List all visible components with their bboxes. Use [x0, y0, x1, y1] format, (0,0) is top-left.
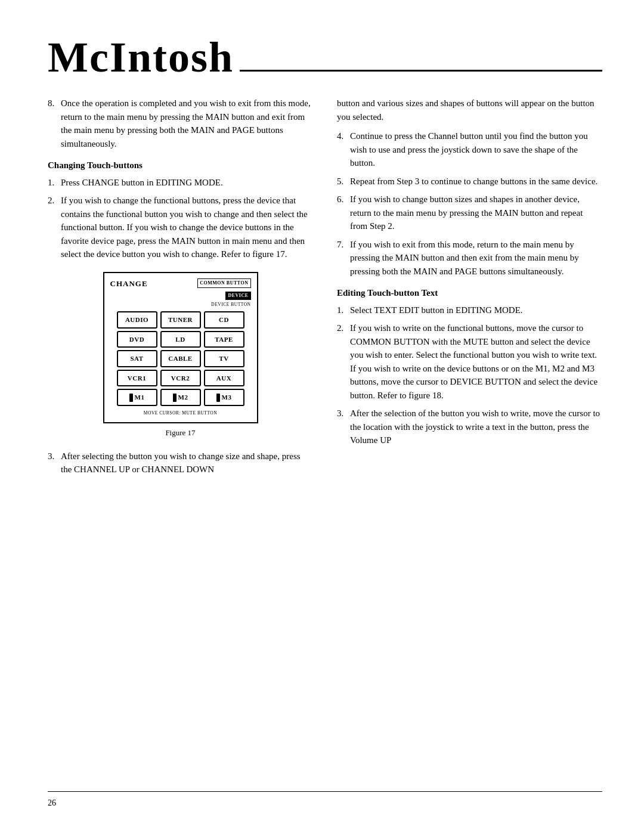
figure-header-row: CHANGE COMMON BUTTON: [110, 278, 251, 290]
list-item: 5. Repeat from Step 3 to continue to cha…: [337, 175, 602, 188]
item-text: If you wish to change button sizes and s…: [350, 193, 602, 233]
item-number: 3.: [337, 407, 350, 447]
list-item: 2. If you wish to change the functional …: [48, 194, 313, 261]
m2-button: M2: [160, 389, 201, 406]
item-number: 4.: [337, 129, 350, 170]
common-button-label: COMMON BUTTON: [197, 278, 250, 288]
dvd-button: DVD: [117, 331, 157, 348]
button-grid: AUDIO TUNER CD DVD LD TAPE SAT: [110, 311, 251, 406]
section-heading-changing: Changing Touch-buttons: [48, 159, 313, 172]
item-number: 2.: [48, 194, 61, 261]
section-heading-editing: Editing Touch-button Text: [337, 286, 602, 300]
m3-indicator: [216, 394, 220, 402]
tuner-button: TUNER: [160, 311, 201, 329]
m2-label: M2: [178, 392, 188, 402]
list-item: 7. If you wish to exit from this mode, r…: [337, 238, 602, 278]
list-item: 3. After selecting the button you wish t…: [48, 450, 313, 476]
cd-button: CD: [204, 311, 244, 329]
change-label: CHANGE: [110, 278, 148, 290]
device-button-subheader: DEVICE BUTTON: [110, 301, 251, 308]
item-text: Select TEXT EDIT button in EDITING MODE.: [350, 304, 602, 317]
m3-label: M3: [222, 392, 232, 402]
list-item: 2. If you wish to write on the functiona…: [337, 321, 602, 402]
list-item: 1. Press CHANGE button in EDITING MODE.: [48, 176, 313, 190]
page: McIntosh 8. Once the operation is comple…: [0, 0, 644, 833]
footer-divider: [48, 791, 602, 792]
list-item: 1. Select TEXT EDIT button in EDITING MO…: [337, 304, 602, 317]
tape-button: TAPE: [204, 331, 244, 348]
button-row-5: M1 M2 M3: [110, 389, 251, 406]
list-item: 6. If you wish to change button sizes an…: [337, 193, 602, 233]
item-number: 7.: [337, 238, 350, 278]
item-number: 2.: [337, 321, 350, 402]
tv-button: TV: [204, 350, 244, 367]
item-text: After the selection of the button you wi…: [350, 407, 602, 447]
item-text: If you wish to exit from this mode, retu…: [350, 238, 602, 278]
item-number: 3.: [48, 450, 61, 476]
vcr2-button: VCR2: [160, 370, 201, 387]
button-row-3: SAT CABLE TV: [110, 350, 251, 367]
audio-button: AUDIO: [117, 311, 157, 329]
left-column: 8. Once the operation is completed and y…: [48, 97, 313, 481]
page-footer: 26: [48, 791, 602, 809]
device-label: DEVICE: [225, 292, 250, 300]
item-text: Press CHANGE button in EDITING MODE.: [61, 176, 313, 190]
item-number: 1.: [337, 304, 350, 317]
figure-footer: MOVE CURSOR: MUTE BUTTON: [110, 410, 251, 416]
item-text: Once the operation is completed and you …: [61, 97, 313, 150]
list-item: 4. Continue to press the Channel button …: [337, 129, 602, 170]
item-text: Continue to press the Channel button unt…: [350, 129, 602, 170]
sat-button: SAT: [117, 350, 157, 367]
vcr1-button: VCR1: [117, 370, 157, 387]
button-row-4: VCR1 VCR2 AUX: [110, 370, 251, 387]
intro-continuation: button and various sizes and shapes of b…: [337, 97, 602, 123]
page-number: 26: [48, 797, 602, 809]
item-text: After selecting the button you wish to c…: [61, 450, 313, 476]
button-row-2: DVD LD TAPE: [110, 331, 251, 348]
aux-button: AUX: [204, 370, 244, 387]
content-area: 8. Once the operation is completed and y…: [48, 97, 602, 481]
item-text: Repeat from Step 3 to continue to change…: [350, 175, 602, 188]
m3-button: M3: [204, 389, 244, 406]
brand-logo: McIntosh: [48, 36, 234, 79]
figure-17-box: CHANGE COMMON BUTTON DEVICE DEVICE BUTTO…: [103, 272, 258, 424]
m2-indicator: [173, 394, 177, 402]
item-number: 8.: [48, 97, 61, 150]
item-number: 6.: [337, 193, 350, 233]
figure-17-container: CHANGE COMMON BUTTON DEVICE DEVICE BUTTO…: [48, 272, 313, 439]
m1-button: M1: [117, 389, 157, 406]
cable-button: CABLE: [160, 350, 201, 367]
right-column: button and various sizes and shapes of b…: [337, 97, 602, 481]
item-number: 1.: [48, 176, 61, 190]
item-text: If you wish to write on the functional b…: [350, 321, 602, 402]
list-item: 3. After the selection of the button you…: [337, 407, 602, 447]
figure-caption: Figure 17: [165, 427, 195, 439]
item-number: 5.: [337, 175, 350, 188]
logo-underline: [240, 70, 602, 72]
m1-indicator: [129, 394, 133, 402]
logo-area: McIntosh: [48, 36, 602, 79]
button-row-1: AUDIO TUNER CD: [110, 311, 251, 329]
item-text: If you wish to change the functional but…: [61, 194, 313, 261]
m1-label: M1: [135, 392, 145, 402]
ld-button: LD: [160, 331, 201, 348]
list-item: 8. Once the operation is completed and y…: [48, 97, 313, 150]
